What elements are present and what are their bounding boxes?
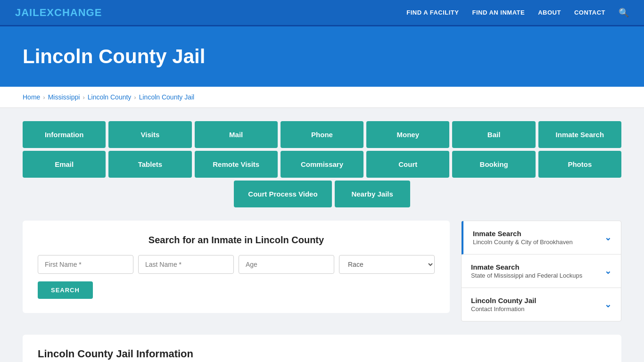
sidebar-item-title-1: Inmate Search — [471, 263, 582, 271]
sidebar-item-subtitle-2: Contact Information — [471, 305, 536, 313]
nav-find-inmate[interactable]: FIND AN INMATE — [472, 9, 525, 16]
sidebar-item-2[interactable]: Lincoln County Jail Contact Information … — [462, 288, 621, 321]
navbar: JAILEXCHANGE FIND A FACILITY FIND AN INM… — [0, 0, 644, 26]
site-logo[interactable]: JAILEXCHANGE — [15, 7, 102, 19]
sidebar-item-subtitle-0: Lincoln County & City of Brookhaven — [473, 239, 573, 246]
search-title: Search for an Inmate in Lincoln County — [38, 235, 435, 246]
hero-section: Lincoln County Jail — [0, 26, 644, 87]
sidebar-item-title-2: Lincoln County Jail — [471, 296, 536, 304]
main-content: InformationVisitsMailPhoneMoneyBailInmat… — [0, 108, 644, 362]
breadcrumb-lincoln-county[interactable]: Lincoln County — [88, 93, 132, 101]
btn-row2-6[interactable]: Photos — [538, 151, 621, 178]
breadcrumb-mississippi[interactable]: Mississippi — [48, 93, 80, 101]
sidebar: Inmate Search Lincoln County & City of B… — [461, 221, 621, 321]
nav-about[interactable]: ABOUT — [538, 9, 561, 16]
btn-row1-5[interactable]: Bail — [452, 121, 535, 148]
info-section: Lincoln County Jail Information — [23, 335, 621, 362]
race-select[interactable]: RaceWhiteBlackHispanicAsianOther — [339, 255, 435, 274]
breadcrumb-sep-1: › — [43, 94, 45, 101]
btn-row2-0[interactable]: Email — [23, 151, 106, 178]
btn-row2-1[interactable]: Tablets — [108, 151, 191, 178]
btn-row1-2[interactable]: Mail — [195, 121, 278, 148]
last-name-input[interactable] — [138, 255, 234, 274]
button-row-2: EmailTabletsRemote VisitsCommissaryCourt… — [23, 151, 621, 178]
btn-row2-5[interactable]: Booking — [452, 151, 535, 178]
inmate-search-section: Search for an Inmate in Lincoln County R… — [23, 221, 450, 313]
breadcrumb-home[interactable]: Home — [23, 93, 40, 101]
btn-row1-0[interactable]: Information — [23, 121, 106, 148]
chevron-down-icon: ⌄ — [604, 232, 611, 243]
logo-jail: JAIL — [15, 7, 40, 18]
sidebar-item-1[interactable]: Inmate Search State of Mississippi and F… — [462, 255, 621, 288]
age-input[interactable] — [239, 255, 334, 274]
search-fields: RaceWhiteBlackHispanicAsianOther — [38, 255, 435, 274]
btn-row2-3[interactable]: Commissary — [281, 151, 363, 178]
btn-row1-4[interactable]: Money — [366, 121, 449, 148]
page-title: Lincoln County Jail — [23, 45, 621, 68]
btn-row1-6[interactable]: Inmate Search — [538, 121, 621, 148]
btn-row1-3[interactable]: Phone — [281, 121, 363, 148]
btn-row2-2[interactable]: Remote Visits — [195, 151, 278, 178]
nav-find-facility[interactable]: FIND A FACILITY — [406, 9, 459, 16]
chevron-down-icon: ⌄ — [604, 266, 611, 276]
nav-links: FIND A FACILITY FIND AN INMATE ABOUT CON… — [406, 8, 629, 18]
sidebar-card: Inmate Search Lincoln County & City of B… — [461, 221, 621, 321]
sidebar-item-title-0: Inmate Search — [473, 230, 573, 238]
nav-contact[interactable]: CONTACT — [574, 9, 605, 16]
breadcrumb: Home › Mississippi › Lincoln County › Li… — [0, 87, 644, 108]
breadcrumb-sep-3: › — [134, 94, 136, 101]
button-row-1: InformationVisitsMailPhoneMoneyBailInmat… — [23, 121, 621, 148]
btn-row2-4[interactable]: Court — [366, 151, 449, 178]
sidebar-item-subtitle-1: State of Mississippi and Federal Lockups — [471, 272, 582, 279]
sidebar-item-0[interactable]: Inmate Search Lincoln County & City of B… — [462, 221, 621, 255]
search-button[interactable]: SEARCH — [38, 281, 93, 299]
btn-row3-1[interactable]: Nearby Jails — [335, 181, 410, 207]
btn-row3-0[interactable]: Court Process Video — [234, 181, 331, 207]
btn-row1-1[interactable]: Visits — [108, 121, 191, 148]
search-icon[interactable]: 🔍 — [619, 8, 629, 18]
chevron-down-icon: ⌄ — [604, 299, 611, 310]
first-name-input[interactable] — [38, 255, 133, 274]
breadcrumb-lincoln-county-jail[interactable]: Lincoln County Jail — [139, 93, 195, 101]
logo-exchange: EXCHANGE — [40, 7, 102, 18]
two-column-layout: Search for an Inmate in Lincoln County R… — [23, 221, 621, 321]
button-row-3: Court Process VideoNearby Jails — [23, 181, 621, 207]
breadcrumb-sep-2: › — [83, 94, 84, 101]
info-title: Lincoln County Jail Information — [38, 348, 606, 360]
